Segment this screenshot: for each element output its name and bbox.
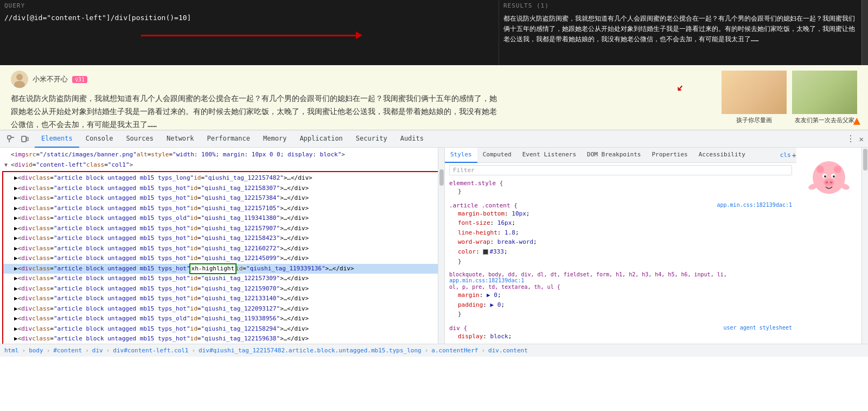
username: 小米不开心 [33, 74, 68, 84]
page-article: 小米不开心 ♀31 都在说防火防盗防闺蜜，我就想知道有几个人会跟闺蜜的老公搅合在… [11, 71, 711, 130]
cursor-inspect-btn[interactable] [4, 132, 17, 146]
pig-decoration [796, 148, 861, 344]
filter-label: Filter [453, 167, 475, 174]
dom-row-article-12[interactable]: ▶ <div class="article block untagged mb1… [3, 294, 441, 304]
dom-row-article-10[interactable]: ▶ <div class="article block untagged mb1… [3, 274, 441, 284]
styles-content: Filter element.style { } .article .conte… [445, 163, 796, 344]
tab-styles[interactable]: Styles [445, 148, 477, 163]
styles-scrollbar[interactable] [861, 148, 868, 344]
dom-row-article-15[interactable]: ▶ <div class="article block untagged mb1… [3, 324, 441, 334]
breadcrumb-content[interactable]: #content [53, 347, 82, 354]
cls-toggle-btn[interactable]: cls [780, 151, 791, 159]
dom-row-article-3[interactable]: ▶ <div class="article block untagged mb1… [3, 204, 441, 214]
results-panel: RESULTS (1) 都在说防火防盗防闺蜜，我就想知道有几个人会跟闺蜜的老公搅… [499, 0, 868, 65]
query-content: //div[@id="content-left"]/div[position()… [4, 11, 494, 24]
user-badge: ♀31 [72, 76, 87, 83]
top-section: QUERY //div[@id="content-left"]/div[posi… [0, 0, 868, 65]
breadcrumb-div-content[interactable]: div.content [488, 347, 528, 354]
dom-row-article-5[interactable]: ▶ <div class="article block untagged mb1… [3, 224, 441, 234]
thumb-item-2: 友友们第一次去岳父家 [792, 71, 857, 124]
svg-point-15 [824, 175, 826, 178]
tab-event-listeners[interactable]: Event Listeners [517, 148, 582, 163]
tab-performance[interactable]: Performance [201, 130, 257, 148]
tab-elements[interactable]: Elements [35, 130, 79, 148]
devtools-tabs: Elements Console Sources Network Perform… [35, 130, 430, 148]
dom-tree: <img src="/static/images/banner.png" alt… [0, 148, 444, 344]
tab-audits[interactable]: Audits [394, 130, 430, 148]
right-images: 孩子你尽量画 友友们第一次去岳父家 [722, 71, 857, 124]
svg-point-12 [834, 166, 841, 173]
css-block-div: div { user agent stylesheet display: blo… [449, 325, 792, 344]
dom-row-article-14[interactable]: ▶ <div class="article block untagged mb1… [3, 314, 441, 324]
scroll-up-btn[interactable]: ▲ [853, 113, 860, 127]
css-block-article-content: .article .content { app.min.css:182139da… [449, 202, 792, 267]
close-devtools-btn[interactable]: ✕ [859, 135, 864, 143]
breadcrumb-body[interactable]: body [29, 347, 43, 354]
svg-point-1 [16, 74, 23, 80]
svg-point-19 [830, 181, 833, 184]
svg-point-17 [824, 179, 834, 186]
expand-arrow [4, 151, 10, 159]
thumb-caption-2: 友友们第一次去岳父家 [792, 116, 857, 124]
tab-dom-breakpoints[interactable]: DOM Breakpoints [582, 148, 646, 163]
more-options-btn[interactable]: ⋮ [846, 134, 855, 144]
add-style-rule-btn[interactable]: + [792, 151, 796, 160]
dom-row-article-6[interactable]: ▶ <div class="article block untagged mb1… [3, 233, 441, 244]
query-panel: QUERY //div[@id="content-left"]/div[posi… [0, 0, 499, 65]
thumb-caption-1: 孩子你尽量画 [722, 116, 787, 124]
page-content-area: 小米不开心 ♀31 都在说防火防盗防闺蜜，我就想知道有几个人会跟闺蜜的老公搅合在… [0, 65, 868, 130]
tab-application[interactable]: Application [293, 130, 349, 148]
thumb-img-2 [792, 71, 857, 114]
toolbar-right: ⋮ ✕ [844, 134, 864, 144]
tab-network[interactable]: Network [160, 130, 201, 148]
css-block-blockquote: blockquote, body, dd, div, dl, dt, field… [449, 271, 792, 319]
tab-accessibility[interactable]: Accessibility [693, 148, 751, 163]
dom-row-content-left[interactable]: ▼ <div id="content-left" class="col1" > [0, 160, 444, 170]
css-selector-element-style: element.style { [449, 180, 792, 187]
filter-bar[interactable]: Filter [449, 165, 792, 175]
thumb-img-1 [722, 71, 787, 114]
user-info: 小米不开心 ♀31 [11, 71, 711, 88]
results-scrollbar[interactable] [861, 0, 868, 65]
dom-row-article-0[interactable]: ▶ <div class="article block untagged mb1… [3, 173, 441, 184]
svg-rect-7 [27, 137, 28, 141]
svg-point-11 [816, 166, 824, 173]
dom-row-img[interactable]: <img src="/static/images/banner.png" alt… [0, 150, 444, 160]
tab-sources[interactable]: Sources [119, 130, 160, 148]
dom-row-article-4[interactable]: ▶ <div class="article block untagged mb1… [3, 213, 441, 224]
svg-point-18 [826, 181, 828, 184]
dom-row-article-7[interactable]: ▶ <div class="article block untagged mb1… [3, 244, 441, 254]
styles-tabs: Styles Computed Event Listeners DOM Brea… [445, 148, 796, 163]
dom-row-article-8[interactable]: ▶ <div class="article block untagged mb1… [3, 254, 441, 264]
article-text: 都在说防火防盗防闺蜜，我就想知道有几个人会跟闺蜜的老公搅合在一起？有几个男的会跟… [11, 92, 499, 130]
tab-properties[interactable]: Properties [646, 148, 693, 163]
breadcrumb-html[interactable]: html [4, 347, 19, 354]
results-content: 都在说防火防盗防闺蜜，我就想知道有几个人会跟闺蜜的老公搅合在一起？有几个男的会跟… [499, 11, 861, 65]
dom-highlighted-region: ▶ <div class="article block untagged mb1… [2, 171, 442, 344]
breadcrumb-a-contentherf[interactable]: a.contentHerf [431, 347, 478, 354]
horizontal-arrow [141, 35, 358, 36]
dom-row-article-16[interactable]: ▶ <div class="article block untagged mb1… [3, 334, 441, 344]
svg-point-16 [833, 175, 835, 178]
tab-console[interactable]: Console [79, 130, 120, 148]
dom-row-article-selected[interactable]: ▶ <div class="article block untagged mb1… [3, 264, 441, 274]
dom-row-article-11[interactable]: ▶ <div class="article block untagged mb1… [3, 284, 441, 294]
dom-panel-scrollbar[interactable] [438, 148, 444, 344]
dom-row-article-2[interactable]: ▶ <div class="article block untagged mb1… [3, 193, 441, 204]
expand-arrow: ▼ [4, 161, 10, 169]
device-toolbar-btn[interactable] [18, 132, 31, 146]
devtools-toolbar: Elements Console Sources Network Perform… [0, 130, 868, 148]
svg-rect-6 [22, 136, 26, 142]
breadcrumb-div[interactable]: div [92, 347, 103, 354]
tab-memory[interactable]: Memory [257, 130, 293, 148]
breadcrumb-qiushi-tag[interactable]: div#qiushi_tag_122157482.article.block.u… [199, 347, 422, 354]
dom-panel: <img src="/static/images/banner.png" alt… [0, 148, 445, 344]
dom-row-article-13[interactable]: ▶ <div class="article block untagged mb1… [3, 304, 441, 314]
scrollbar-thumb [863, 149, 867, 170]
avatar [11, 71, 28, 88]
dom-row-article-1[interactable]: ▶ <div class="article block untagged mb1… [3, 184, 441, 194]
tab-security[interactable]: Security [349, 130, 394, 148]
tab-computed[interactable]: Computed [477, 148, 517, 163]
breadcrumb-content-left[interactable]: div#content-left.col1 [113, 347, 188, 354]
css-block-element-style: element.style { } [449, 180, 792, 197]
